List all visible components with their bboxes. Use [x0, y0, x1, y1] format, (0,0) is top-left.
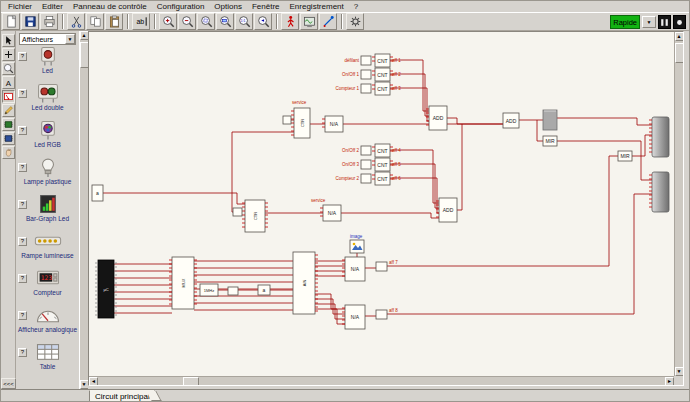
canvas-scroll-down-icon[interactable]: ▼: [675, 367, 684, 376]
component-tool-green[interactable]: [2, 118, 15, 131]
new-file-button[interactable]: [2, 13, 20, 30]
add-component-tool[interactable]: [2, 48, 15, 61]
circuit-block-ctr-0[interactable]: CTR: [291, 108, 310, 138]
circuit-block-small-3[interactable]: [361, 56, 371, 65]
schematic-canvas[interactable]: CTRN/ACNTCNTCNTADDADDMIRMIRCNTCNTCNTADDC…: [88, 31, 684, 386]
wire[interactable]: [387, 156, 618, 266]
menu-item-1[interactable]: Editer: [37, 2, 68, 11]
tab-circuit-principal[interactable]: Circuit principal: [89, 390, 155, 402]
wire[interactable]: [390, 178, 439, 213]
palette-item-led[interactable]: ?Led: [17, 46, 78, 83]
palette-item-led-rgb[interactable]: ?Led RGB: [17, 120, 78, 157]
circuit-block-cnt-6[interactable]: CNT: [372, 68, 393, 81]
wire[interactable]: [557, 141, 652, 180]
circuit-block-a-31[interactable]: a: [258, 285, 270, 295]
zoom-100-button[interactable]: 1:1: [235, 13, 253, 30]
menu-item-6[interactable]: Enregistrement: [285, 2, 349, 11]
stop-panel-button[interactable]: [673, 15, 686, 29]
circuit-block-gray-11[interactable]: [543, 110, 557, 130]
circuit-block-a-n-32[interactable]: A/N: [293, 252, 318, 314]
wire[interactable]: [537, 120, 543, 141]
wire[interactable]: [457, 124, 462, 210]
circuit-block-add-22[interactable]: ADD: [436, 198, 457, 222]
circuit-block-disp-14[interactable]: [649, 117, 669, 157]
menu-item-0[interactable]: Fichier: [3, 2, 37, 11]
circuit-block-small-30[interactable]: [228, 287, 238, 295]
palette-item-table[interactable]: ?Table: [17, 342, 78, 379]
label-tool[interactable]: A: [2, 76, 15, 89]
probe-button[interactable]: [319, 13, 337, 30]
start-panel-button[interactable]: [658, 15, 671, 29]
circuit-block-small-20[interactable]: [361, 174, 371, 183]
canvas-scroll-left-icon[interactable]: ◄: [89, 377, 98, 386]
run-simulation-button[interactable]: [281, 13, 299, 30]
text-tool-button[interactable]: ab: [132, 13, 150, 30]
settings-button[interactable]: [346, 13, 364, 30]
wire[interactable]: [387, 194, 652, 314]
circuit-block-add-10[interactable]: ADD: [503, 113, 519, 128]
wire[interactable]: [315, 309, 345, 324]
circuit-block-small-16[interactable]: [361, 146, 371, 155]
wire[interactable]: [447, 118, 503, 124]
menu-item-2[interactable]: Panneau de contrôle: [68, 2, 152, 11]
canvas-vscroll-track[interactable]: [675, 41, 684, 367]
circuit-block-n-a-34[interactable]: N/A: [342, 257, 365, 281]
palette-help-button[interactable]: ?: [18, 348, 27, 357]
collapse-panel-button[interactable]: <<<: [1, 378, 16, 389]
menu-item-3[interactable]: Configuration: [152, 2, 210, 11]
circuit-block-small-7[interactable]: [361, 84, 371, 93]
circuit-block-cnt-19[interactable]: CNT: [372, 158, 393, 171]
menu-item-4[interactable]: Options: [209, 2, 247, 11]
print-button[interactable]: [40, 13, 58, 30]
save-button[interactable]: [21, 13, 39, 30]
speed-select[interactable]: Rapide: [610, 15, 640, 29]
speed-dropdown-arrow-icon[interactable]: ▼: [642, 16, 656, 28]
measure-tool[interactable]: [2, 90, 15, 103]
wire[interactable]: [103, 193, 245, 204]
menu-item-5[interactable]: Fenêtre: [247, 2, 285, 11]
wire[interactable]: [390, 164, 439, 208]
palette-item-led-double[interactable]: ?Led double: [17, 83, 78, 120]
palette-help-button[interactable]: ?: [18, 237, 27, 246]
palette-dropdown-arrow-icon[interactable]: ▼: [65, 34, 75, 44]
zoom-tool[interactable]: [2, 62, 15, 75]
palette-category-select[interactable]: Afficheurs ▼: [19, 33, 76, 45]
palette-help-button[interactable]: ?: [18, 274, 27, 283]
zoom-fit-button[interactable]: [216, 13, 234, 30]
cut-button[interactable]: [67, 13, 85, 30]
zoom-region-button[interactable]: [197, 13, 215, 30]
circuit-block-mux-28[interactable]: MUX: [169, 257, 197, 309]
wire[interactable]: [632, 135, 652, 156]
pan-tool[interactable]: [2, 146, 15, 159]
draw-wire-tool[interactable]: [2, 104, 15, 117]
circuit-block-n-a-25[interactable]: N/A: [320, 205, 341, 221]
palette-item-afficheur-analogique[interactable]: ?Afficheur analogique: [17, 305, 78, 342]
palette-help-button[interactable]: ?: [18, 126, 27, 135]
palette-help-button[interactable]: ?: [18, 163, 27, 172]
circuit-block-µc-27[interactable]: µC: [95, 260, 117, 318]
zoom-previous-button[interactable]: [254, 13, 272, 30]
circuit-block-cnt-4[interactable]: CNT: [372, 54, 393, 67]
circuit-block-n-a-2[interactable]: N/A: [322, 116, 343, 132]
wire[interactable]: [315, 304, 345, 319]
canvas-vscroll-thumb[interactable]: [675, 43, 684, 63]
pointer-tool[interactable]: [2, 34, 15, 47]
menu-item-7[interactable]: ?: [349, 2, 363, 11]
circuit-block-small-5[interactable]: [361, 70, 371, 79]
palette-help-button[interactable]: ?: [18, 200, 27, 209]
circuit-block-a-26[interactable]: a: [92, 185, 103, 201]
circuit-block-small-24[interactable]: [233, 208, 242, 216]
circuit-diagram[interactable]: CTRN/ACNTCNTCNTADDADDMIRMIRCNTCNTCNTADDC…: [89, 32, 677, 372]
circuit-block-cnt-17[interactable]: CNT: [372, 144, 393, 157]
wire[interactable]: [315, 294, 345, 309]
circuit-block-n-a-35[interactable]: N/A: [342, 305, 365, 329]
zoom-in-button[interactable]: [159, 13, 177, 30]
circuit-block-small-37[interactable]: [376, 310, 387, 319]
circuit-block-1mhz-29[interactable]: 1MHz: [200, 284, 218, 296]
palette-help-button[interactable]: ?: [18, 52, 27, 61]
canvas-scroll-right-icon[interactable]: ►: [665, 377, 674, 386]
canvas-hscroll-thumb[interactable]: [183, 377, 199, 386]
circuit-block-add-9[interactable]: ADD: [426, 106, 447, 130]
wire[interactable]: [315, 299, 345, 314]
circuit-block-cnt-21[interactable]: CNT: [372, 172, 393, 185]
